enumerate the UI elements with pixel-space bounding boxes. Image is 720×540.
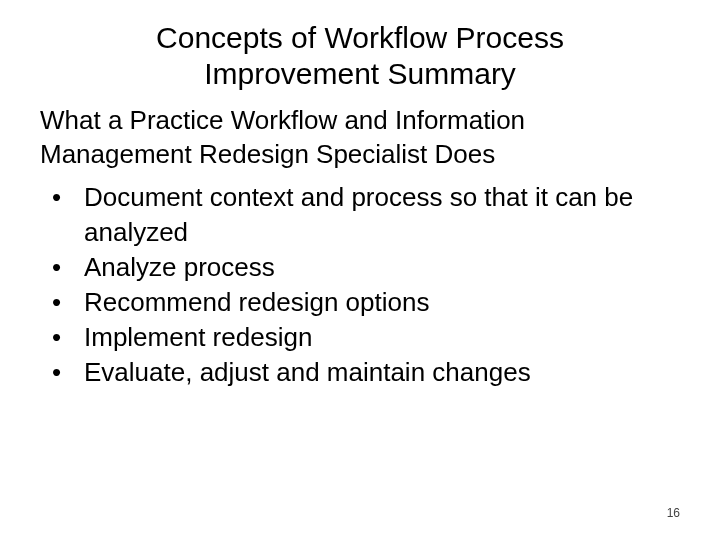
list-item: Recommend redesign options <box>66 285 680 320</box>
page-number: 16 <box>667 506 680 520</box>
bullet-list: Document context and process so that it … <box>40 180 680 391</box>
list-item: Document context and process so that it … <box>66 180 680 250</box>
list-item: Analyze process <box>66 250 680 285</box>
list-item: Evaluate, adjust and maintain changes <box>66 355 680 390</box>
list-item: Implement redesign <box>66 320 680 355</box>
slide-title: Concepts of Workflow Process Improvement… <box>40 20 680 92</box>
slide-subtitle: What a Practice Workflow and Information… <box>40 104 680 172</box>
